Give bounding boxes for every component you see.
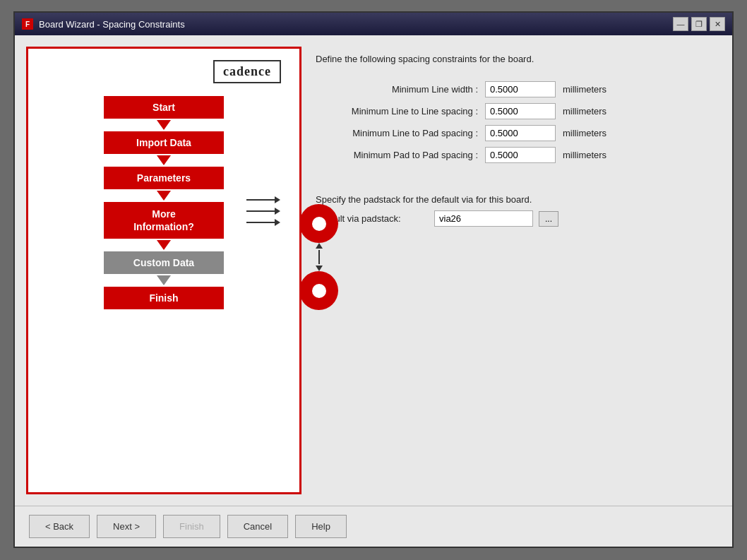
unit-linepadspacing: millimeters: [563, 128, 606, 138]
arrow-after-importdata: [157, 155, 171, 165]
arrow-line: [246, 222, 275, 223]
label-linelinespacing: Minimum Line to Line spacing :: [316, 106, 478, 117]
arrow-middle: [246, 208, 280, 215]
arrow-after-moreinfo: [157, 240, 171, 250]
vertical-arrow-group: [299, 204, 338, 310]
window-title: Board Wizard - Spacing Constraints: [39, 19, 185, 30]
field-row-padpadspacing: Minimum Pad to Pad spacing : millimeters: [316, 147, 721, 163]
step-customdata-container: Custom Data: [104, 251, 224, 287]
button-bar: < Back Next > Finish Cancel Help: [15, 506, 732, 547]
minimize-button[interactable]: —: [673, 17, 688, 31]
spacing-fields: Minimum Line width : millimeters Minimum…: [316, 81, 721, 169]
circle-inner-bottom: [312, 284, 326, 298]
label-padpadspacing: Minimum Pad to Pad spacing :: [316, 150, 478, 160]
main-window: F Board Wizard - Spacing Constraints — ❐…: [13, 11, 734, 548]
arrow-top: [246, 196, 280, 203]
circle-bottom: [299, 271, 338, 310]
bi-arrow: [316, 243, 323, 271]
arrow-line: [246, 210, 275, 212]
arrow-after-start: [157, 120, 171, 130]
app-icon: F: [22, 18, 33, 30]
step-start-button[interactable]: Start: [104, 96, 224, 119]
step-start-container: Start: [104, 96, 224, 131]
input-linelinespacing[interactable]: [485, 103, 556, 119]
input-padpadspacing[interactable]: [485, 147, 556, 163]
field-row-linepadspacing: Minimum Line to Pad spacing : millimeter…: [316, 125, 721, 141]
step-moreinfo-container: MoreInformation?: [104, 202, 224, 251]
arrowhead: [275, 196, 280, 203]
arrow-after-parameters: [157, 191, 171, 201]
wizard-panel: cadence Start Import Data Parameters: [26, 47, 301, 494]
step-finish-button[interactable]: Finish: [104, 287, 224, 309]
form-description: Define the following spacing constraints…: [316, 54, 721, 64]
restore-button[interactable]: ❐: [691, 17, 707, 31]
field-row-linelinespacing: Minimum Line to Line spacing : millimete…: [316, 103, 721, 119]
down-arrowhead: [316, 266, 323, 271]
padstack-input[interactable]: [434, 210, 533, 227]
content-area: cadence Start Import Data Parameters: [15, 35, 732, 506]
arrow-line: [246, 199, 275, 201]
close-button[interactable]: ✕: [710, 17, 725, 31]
title-bar: F Board Wizard - Spacing Constraints — ❐…: [15, 13, 732, 35]
input-linepadspacing[interactable]: [485, 125, 556, 141]
help-button[interactable]: Help: [295, 515, 347, 538]
form-area: Define the following spacing constraints…: [316, 47, 721, 494]
next-button[interactable]: Next >: [97, 515, 156, 538]
label-linewidth: Minimum Line width :: [316, 84, 478, 95]
arrowhead: [275, 219, 280, 226]
up-arrowhead: [316, 243, 323, 249]
cancel-button[interactable]: Cancel: [227, 515, 288, 538]
unit-padpadspacing: millimeters: [563, 150, 606, 160]
arrows-group: [246, 196, 280, 226]
unit-linewidth: millimeters: [563, 84, 606, 95]
padstack-section: Specify the padstack for the default via…: [316, 194, 721, 227]
back-button[interactable]: < Back: [29, 515, 90, 538]
padstack-description: Specify the padstack for the default via…: [316, 194, 721, 205]
field-row-linewidth: Minimum Line width : millimeters: [316, 81, 721, 97]
cadence-logo: cadence: [213, 60, 281, 83]
finish-button[interactable]: Finish: [163, 515, 220, 538]
step-moreinfo-button[interactable]: MoreInformation?: [104, 202, 224, 239]
padstack-row: Default via padstack: ...: [316, 210, 721, 227]
step-customdata-button[interactable]: Custom Data: [104, 251, 224, 274]
arrowhead: [275, 208, 280, 215]
step-finish-container: Finish: [104, 287, 224, 309]
label-linepadspacing: Minimum Line to Pad spacing :: [316, 128, 478, 138]
input-linewidth[interactable]: [485, 81, 556, 97]
browse-button[interactable]: ...: [539, 211, 558, 227]
step-parameters-container: Parameters: [104, 167, 224, 202]
step-importdata-container: Import Data: [104, 131, 224, 167]
circle-inner-top: [312, 217, 326, 231]
arrow-bottom: [246, 219, 280, 226]
step-importdata-button[interactable]: Import Data: [104, 131, 224, 154]
unit-linelinespacing: millimeters: [563, 106, 606, 117]
window-controls: — ❐ ✕: [673, 17, 725, 31]
circle-top: [299, 204, 338, 243]
arrow-after-customdata: [157, 275, 171, 285]
step-parameters-button[interactable]: Parameters: [104, 167, 224, 189]
vertical-line: [318, 250, 320, 264]
